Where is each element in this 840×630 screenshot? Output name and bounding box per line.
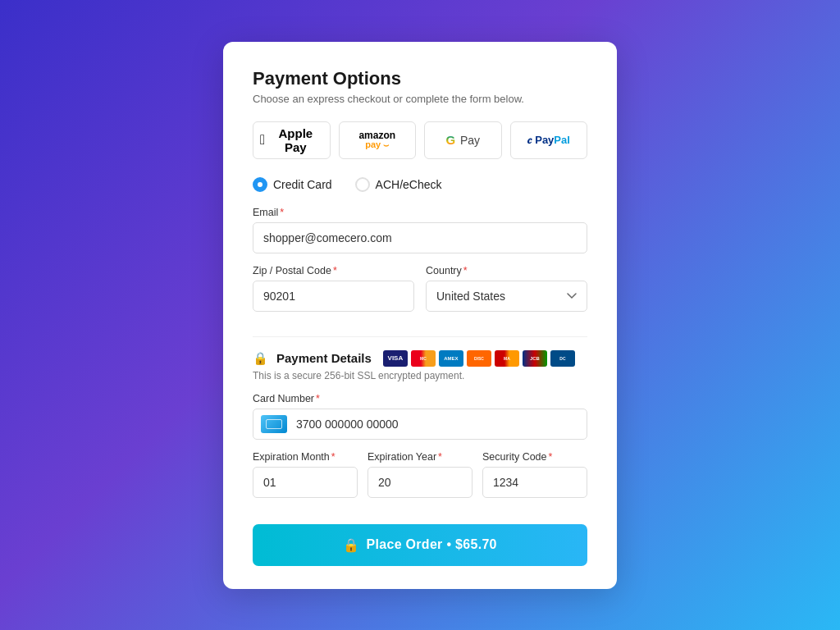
exp-month-label: Expiration Month* xyxy=(253,451,358,463)
ach-radio[interactable] xyxy=(355,177,370,192)
payment-details-header: 🔒 Payment Details VISA MC AMEX DISC MA J… xyxy=(253,350,587,367)
payment-details-title: Payment Details xyxy=(276,351,372,365)
country-label: Country* xyxy=(426,265,587,276)
ach-radio-label[interactable]: ACH/eCheck xyxy=(355,177,442,192)
ssl-text: This is a secure 256-bit SSL encrypted p… xyxy=(253,370,587,381)
card-input-wrapper xyxy=(253,409,587,440)
apple-icon:  xyxy=(260,132,265,148)
card-brand-list: VISA MC AMEX DISC MA JCB DC xyxy=(383,350,575,367)
zip-required: * xyxy=(333,265,337,276)
paypal-logo: 𝒄 PayPal xyxy=(527,134,570,147)
place-order-lock-icon: 🔒 xyxy=(343,537,359,553)
paypal-button[interactable]: 𝒄 PayPal xyxy=(510,121,588,159)
place-order-label: Place Order • $65.70 xyxy=(367,537,497,552)
security-code-group: Security Code* xyxy=(482,451,587,498)
card-number-input[interactable] xyxy=(253,409,587,440)
apple-pay-button[interactable]:  Apple Pay xyxy=(253,121,331,159)
lock-icon: 🔒 xyxy=(253,351,268,366)
amazon-smile-icon: pay ⌣ xyxy=(365,140,389,149)
exp-month-group: Expiration Month* xyxy=(253,451,358,498)
zip-country-row: Zip / Postal Code* Country* United State… xyxy=(253,265,587,323)
email-required: * xyxy=(280,207,284,218)
ach-label: ACH/eCheck xyxy=(376,178,442,191)
payment-form: Payment Options Choose an express checko… xyxy=(223,42,617,589)
jcb-icon: JCB xyxy=(523,350,547,367)
amex-icon: AMEX xyxy=(439,350,463,367)
credit-card-radio-label[interactable]: Credit Card xyxy=(253,177,332,192)
security-code-label: Security Code* xyxy=(482,451,587,463)
security-code-input[interactable] xyxy=(482,467,587,498)
google-pay-label: Pay xyxy=(457,134,480,147)
country-required: * xyxy=(463,265,468,276)
express-payment-row:  Apple Pay amazon pay ⌣ G Pay 𝒄 PayPal xyxy=(253,121,587,159)
card-number-label: Card Number* xyxy=(253,393,587,404)
card-number-group: Card Number* xyxy=(253,393,587,440)
card-brand-icon xyxy=(261,415,287,433)
section-divider xyxy=(253,336,587,337)
exp-year-label: Expiration Year* xyxy=(368,451,472,463)
exp-year-group: Expiration Year* xyxy=(368,451,472,498)
maestro-icon: MA xyxy=(495,350,519,367)
page-subtitle: Choose an express checkout or complete t… xyxy=(253,93,587,105)
diners-icon: DC xyxy=(550,350,575,367)
zip-label: Zip / Postal Code* xyxy=(253,265,414,276)
card-details-row: Expiration Month* Expiration Year* Secur… xyxy=(253,451,587,509)
email-input[interactable] xyxy=(253,222,587,253)
country-select[interactable]: United States Canada United Kingdom xyxy=(426,281,587,312)
discover-icon: DISC xyxy=(467,350,491,367)
email-group: Email* xyxy=(253,207,587,253)
credit-card-radio[interactable] xyxy=(253,177,267,192)
exp-year-input[interactable] xyxy=(368,467,472,498)
page-title: Payment Options xyxy=(253,68,587,89)
exp-month-input[interactable] xyxy=(253,467,358,498)
g-icon: G xyxy=(445,133,455,147)
payment-type-selector: Credit Card ACH/eCheck xyxy=(253,177,587,192)
credit-card-label: Credit Card xyxy=(273,178,332,191)
google-pay-button[interactable]: G Pay xyxy=(424,121,502,159)
security-code-required: * xyxy=(549,451,553,463)
place-order-button[interactable]: 🔒 Place Order • $65.70 xyxy=(253,524,587,566)
mastercard-icon: MC xyxy=(411,350,436,367)
amazon-pay-button[interactable]: amazon pay ⌣ xyxy=(339,121,417,159)
exp-year-required: * xyxy=(438,451,442,463)
email-label: Email* xyxy=(253,207,587,218)
visa-icon: VISA xyxy=(383,350,408,367)
card-number-required: * xyxy=(316,393,320,404)
zip-input[interactable] xyxy=(253,281,414,312)
zip-group: Zip / Postal Code* xyxy=(253,265,414,312)
country-group: Country* United States Canada United Kin… xyxy=(426,265,587,312)
exp-month-required: * xyxy=(331,451,336,463)
